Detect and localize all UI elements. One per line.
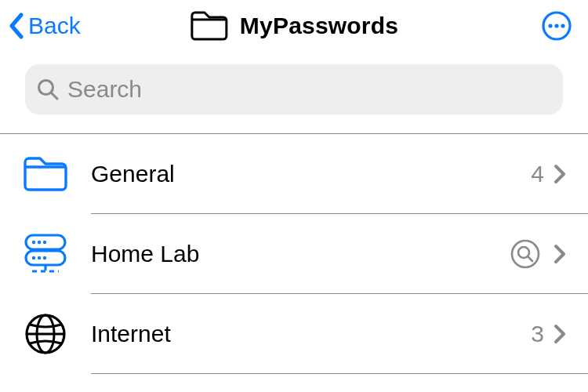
svg-point-13 — [32, 256, 35, 260]
chevron-left-icon — [8, 13, 25, 39]
more-circle-icon — [541, 10, 572, 42]
svg-point-3 — [554, 24, 558, 27]
svg-point-11 — [38, 241, 41, 244]
folder-list: General 4 Home Lab — [0, 134, 588, 374]
more-button[interactable] — [539, 9, 574, 43]
svg-line-6 — [52, 93, 58, 100]
row-separator — [91, 373, 588, 374]
folder-row-general[interactable]: General 4 — [0, 134, 588, 214]
folder-count: 3 — [531, 321, 544, 347]
svg-point-2 — [548, 24, 552, 27]
server-icon — [22, 230, 69, 278]
folder-row-home-lab[interactable]: Home Lab — [0, 214, 588, 294]
search-icon — [36, 78, 60, 101]
chevron-right-icon — [554, 324, 566, 344]
page-title: MyPasswords — [190, 10, 398, 42]
svg-line-20 — [528, 257, 533, 262]
svg-point-10 — [32, 241, 35, 244]
svg-point-15 — [43, 256, 46, 260]
folder-icon — [22, 151, 69, 198]
nav-bar: Back MyPasswords — [0, 0, 588, 52]
search-bar[interactable] — [25, 64, 563, 114]
search-input[interactable] — [67, 76, 552, 103]
chevron-right-icon — [554, 244, 566, 264]
svg-point-4 — [561, 24, 564, 27]
folder-label: Internet — [91, 321, 531, 347]
svg-point-12 — [43, 241, 46, 244]
folder-row-internet[interactable]: Internet 3 — [0, 294, 588, 374]
page-title-text: MyPasswords — [240, 13, 398, 39]
svg-point-18 — [512, 241, 539, 267]
search-badge-icon — [510, 238, 541, 270]
back-label: Back — [28, 13, 81, 39]
globe-icon — [22, 310, 69, 358]
folder-count: 4 — [531, 161, 544, 187]
folder-label: Home Lab — [91, 241, 510, 267]
back-button[interactable]: Back — [8, 13, 81, 39]
folder-icon — [190, 10, 229, 42]
svg-point-14 — [38, 256, 41, 260]
chevron-right-icon — [554, 164, 566, 184]
folder-label: General — [91, 161, 531, 187]
